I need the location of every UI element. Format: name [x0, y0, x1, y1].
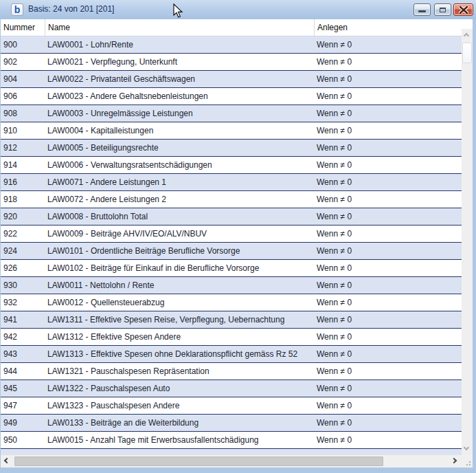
- table-row[interactable]: 904 LAW0022 - Privatanteil Geschäftswage…: [1, 71, 462, 88]
- row-nummer: 942: [1, 329, 45, 345]
- close-icon: [459, 6, 468, 14]
- column-header-nummer[interactable]: Nummer: [1, 19, 45, 36]
- row-anlegen: Wenn ≠ 0: [314, 122, 462, 139]
- row-anlegen: Wenn ≠ 0: [314, 208, 462, 225]
- vertical-scroll-thumb[interactable]: [462, 43, 472, 63]
- app-icon: b: [11, 3, 23, 16]
- scroll-right-button[interactable]: [450, 455, 462, 468]
- close-button[interactable]: [453, 3, 473, 16]
- row-name: LAW1321 - Pauschalspesen Repräsentation: [45, 363, 314, 380]
- table-row[interactable]: 920 LAW0008 - Bruttolohn Total Wenn ≠ 0: [1, 208, 462, 226]
- scroll-left-button[interactable]: [1, 455, 12, 468]
- table-row[interactable]: 932 LAW0012 - Quellensteuerabzug Wenn ≠ …: [1, 294, 462, 311]
- table-row[interactable]: 926 LAW0102 - Beiträge für Einkauf in di…: [1, 260, 462, 277]
- minimize-button[interactable]: [413, 3, 431, 16]
- table-row[interactable]: 900 LAW0001 - Lohn/Rente Wenn ≠ 0: [1, 36, 462, 54]
- window-title: Basis: 24 von 201 [201]: [28, 4, 114, 14]
- row-anlegen: Wenn ≠ 0: [314, 71, 462, 87]
- row-anlegen: Wenn ≠ 0: [314, 415, 462, 431]
- table-row[interactable]: 945 LAW1322 - Pauschalspesen Auto Wenn ≠…: [1, 380, 462, 397]
- row-nummer: 900: [1, 36, 45, 53]
- row-nummer: 908: [1, 105, 45, 122]
- row-anlegen: Wenn ≠ 0: [314, 174, 462, 190]
- row-anlegen: Wenn ≠ 0: [314, 432, 462, 448]
- scroll-up-button[interactable]: [462, 29, 473, 41]
- row-name: LAW0004 - Kapitalleistungen: [45, 122, 314, 139]
- row-anlegen: Wenn ≠ 0: [314, 260, 462, 276]
- row-nummer: 902: [1, 54, 45, 70]
- table-row[interactable]: 918 LAW0072 - Andere Leistungen 2 Wenn ≠…: [1, 191, 462, 208]
- row-nummer: 918: [1, 191, 45, 208]
- table-row[interactable]: 922 LAW0009 - Beiträge AHV/IV/EO/ALV/NBU…: [1, 226, 462, 243]
- row-nummer: 950: [1, 432, 45, 448]
- row-nummer: 945: [1, 380, 45, 397]
- row-anlegen: Wenn ≠ 0: [314, 54, 462, 70]
- row-nummer: 949: [1, 415, 45, 431]
- table-row[interactable]: 910 LAW0004 - Kapitalleistungen Wenn ≠ 0: [1, 122, 462, 140]
- row-name: LAW1312 - Effektive Spesen Andere: [45, 329, 314, 345]
- row-name: LAW1311 - Effektive Spesen Reise, Verpfl…: [45, 311, 314, 328]
- row-name: LAW0102 - Beiträge für Einkauf in die Be…: [45, 260, 314, 276]
- resize-grip-icon[interactable]: [464, 459, 471, 466]
- maximize-button[interactable]: [434, 3, 451, 16]
- chevron-right-icon: [451, 458, 457, 463]
- table-header: Nummer Name Anlegen: [1, 19, 473, 36]
- row-nummer: 920: [1, 208, 45, 225]
- scroll-down-button[interactable]: [462, 443, 473, 455]
- maximize-icon: [440, 8, 446, 12]
- column-header-anlegen[interactable]: Anlegen: [314, 19, 462, 36]
- row-anlegen: Wenn ≠ 0: [314, 157, 462, 173]
- title-bar[interactable]: b Basis: 24 von 201 [201]: [0, 0, 476, 19]
- row-name: LAW1323 - Pauschalspesen Andere: [45, 397, 314, 414]
- table-row[interactable]: 930 LAW0011 - Nettolohn / Rente Wenn ≠ 0: [1, 277, 462, 294]
- row-nummer: 924: [1, 243, 45, 259]
- table-row[interactable]: 924 LAW0101 - Ordentliche Beiträge Beruf…: [1, 243, 462, 260]
- table-row[interactable]: 912 LAW0005 - Beteiligungsrechte Wenn ≠ …: [1, 140, 462, 157]
- row-nummer: 922: [1, 226, 45, 242]
- row-nummer: 914: [1, 157, 45, 173]
- horizontal-scroll-thumb[interactable]: [14, 456, 383, 466]
- row-anlegen: Wenn ≠ 0: [314, 88, 462, 104]
- row-name: LAW1313 - Effektive Spesen ohne Deklarat…: [45, 346, 314, 362]
- chevron-left-icon: [4, 458, 10, 463]
- table-row[interactable]: 902 LAW0021 - Verpflegung, Unterkunft We…: [1, 54, 462, 71]
- row-name: LAW0001 - Lohn/Rente: [45, 36, 314, 53]
- table-row[interactable]: 916 LAW0071 - Andere Leistungen 1 Wenn ≠…: [1, 174, 462, 191]
- row-nummer: 943: [1, 346, 45, 362]
- row-anlegen: Wenn ≠ 0: [314, 363, 462, 380]
- row-anlegen: Wenn ≠ 0: [314, 346, 462, 362]
- row-nummer: 932: [1, 294, 45, 311]
- table-row[interactable]: 943 LAW1313 - Effektive Spesen ohne Dekl…: [1, 346, 462, 363]
- row-name: LAW0071 - Andere Leistungen 1: [45, 174, 314, 190]
- row-nummer: 947: [1, 397, 45, 414]
- chevron-down-icon: [464, 445, 469, 450]
- table-row[interactable]: 944 LAW1321 - Pauschalspesen Repräsentat…: [1, 363, 462, 380]
- row-name: LAW0012 - Quellensteuerabzug: [45, 294, 314, 311]
- table-row[interactable]: 949 LAW0133 - Beiträge an die Weiterbild…: [1, 415, 462, 432]
- column-header-name[interactable]: Name: [45, 19, 314, 36]
- table-row[interactable]: 908 LAW0003 - Unregelmässige Leistungen …: [1, 105, 462, 122]
- horizontal-scrollbar[interactable]: [1, 455, 473, 468]
- row-nummer: 904: [1, 71, 45, 87]
- table-row[interactable]: 914 LAW0006 - Verwaltungsratsentschädigu…: [1, 157, 462, 174]
- row-name: LAW0022 - Privatanteil Geschäftswagen: [45, 71, 314, 87]
- row-name: LAW0072 - Andere Leistungen 2: [45, 191, 314, 208]
- partial-row: [1, 449, 462, 455]
- row-anlegen: Wenn ≠ 0: [314, 226, 462, 242]
- table-row[interactable]: 906 LAW0023 - Andere Gehaltsnebenleistun…: [1, 88, 462, 105]
- row-name: LAW0023 - Andere Gehaltsnebenleistungen: [45, 88, 314, 104]
- row-nummer: 926: [1, 260, 45, 276]
- vertical-scrollbar[interactable]: [462, 29, 473, 455]
- table-row[interactable]: 950 LAW0015 - Anzahl Tage mit Erwerbsaus…: [1, 432, 462, 449]
- row-anlegen: Wenn ≠ 0: [314, 36, 462, 53]
- row-name: LAW1322 - Pauschalspesen Auto: [45, 380, 314, 397]
- table-row[interactable]: 942 LAW1312 - Effektive Spesen Andere We…: [1, 329, 462, 346]
- table-row[interactable]: 947 LAW1323 - Pauschalspesen Andere Wenn…: [1, 397, 462, 415]
- row-name: LAW0133 - Beiträge an die Weiterbildung: [45, 415, 314, 431]
- row-name: LAW0006 - Verwaltungsratsentschädigungen: [45, 157, 314, 173]
- row-nummer: 944: [1, 363, 45, 380]
- row-anlegen: Wenn ≠ 0: [314, 329, 462, 345]
- app-window: b Basis: 24 von 201 [201] Nummer Name An…: [0, 0, 476, 473]
- table-row[interactable]: 941 LAW1311 - Effektive Spesen Reise, Ve…: [1, 311, 462, 329]
- row-name: LAW0021 - Verpflegung, Unterkunft: [45, 54, 314, 70]
